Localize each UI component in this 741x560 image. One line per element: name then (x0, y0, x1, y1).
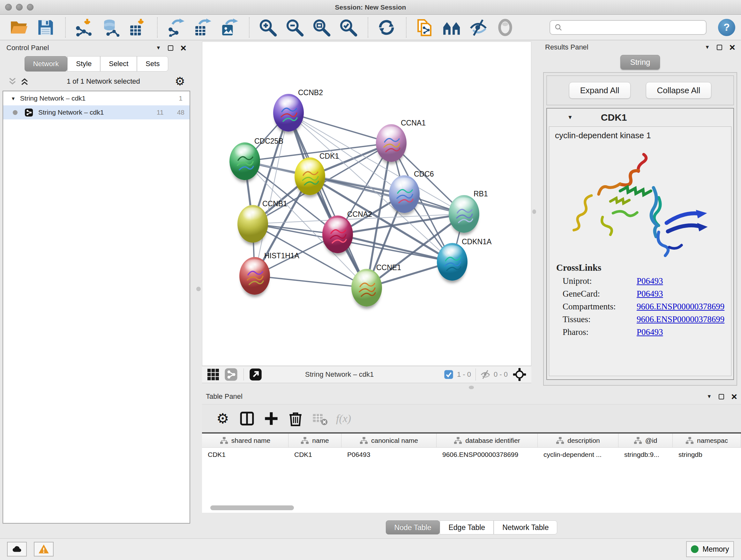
network-canvas[interactable]: CCNB2CCNA1CDC25BCDK1CDC6RB1CCNB1CCNA2CDK… (202, 42, 531, 366)
tab-network-table[interactable]: Network Table (494, 520, 557, 535)
zoom-in-button[interactable] (259, 18, 277, 37)
collapse-all-networks-icon[interactable] (8, 77, 17, 86)
protein-section-header[interactable]: ▼ CDK1 (547, 109, 733, 126)
open-session-button[interactable] (10, 18, 28, 37)
vertical-splitter-handle[interactable] (196, 287, 201, 291)
save-session-button[interactable] (37, 18, 55, 37)
delete-column-button[interactable] (287, 411, 304, 427)
cloud-status-button[interactable] (7, 542, 27, 557)
node-label-CCNB2: CCNB2 (298, 88, 323, 97)
apply-preferred-layout-button[interactable] (377, 18, 396, 37)
function-builder-button[interactable]: f(x) (336, 411, 351, 427)
networks-from-clipboard-button[interactable] (415, 18, 434, 37)
warnings-button[interactable] (34, 542, 54, 557)
zoom-out-button[interactable] (285, 18, 304, 37)
section-expand-icon[interactable]: ▼ (567, 114, 573, 121)
import-network-from-database-button[interactable] (102, 18, 120, 37)
network-node-CCNB1[interactable] (238, 205, 268, 243)
panel-menu-icon[interactable]: ▼ (156, 45, 161, 51)
column-header-id[interactable]: @id (618, 434, 673, 447)
crosslink-link[interactable]: P06493 (636, 327, 663, 337)
help-button[interactable]: ? (718, 19, 735, 36)
crosslink-label: Uniprot: (562, 276, 636, 286)
crosslink-link[interactable]: P06493 (636, 276, 663, 286)
export-image-button[interactable] (220, 18, 239, 37)
crosslink-link[interactable]: P06493 (636, 289, 663, 299)
clear-table-button[interactable] (312, 411, 328, 427)
table-row[interactable]: CDK1CDK1P064939606.ENSP00000378699cyclin… (202, 448, 741, 462)
float-panel-icon[interactable] (719, 394, 724, 399)
network-node-HIST1H1A[interactable] (239, 257, 270, 295)
collapse-all-button[interactable]: Collapse All (646, 82, 712, 99)
edge-CCNB2-CCNA1[interactable] (288, 113, 391, 143)
tab-node-table[interactable]: Node Table (386, 520, 440, 535)
export-network-button[interactable] (166, 18, 185, 37)
panel-menu-icon[interactable]: ▼ (706, 394, 712, 399)
column-header-database-identifier[interactable]: database identifier (436, 434, 538, 447)
float-panel-icon[interactable] (168, 45, 173, 51)
collection-count: 1 (179, 95, 183, 102)
open-view-in-window-button[interactable] (249, 368, 262, 381)
network-node-CCNB2[interactable] (273, 94, 304, 132)
collection-expand-icon[interactable]: ▼ (11, 96, 16, 101)
selected-checkbox-icon[interactable] (444, 369, 454, 380)
search-input[interactable] (563, 21, 706, 34)
tab-string[interactable]: String (620, 55, 660, 70)
tab-sets[interactable]: Sets (137, 56, 168, 71)
column-header-shared-name[interactable]: shared name (202, 434, 288, 447)
network-node-CCNA2[interactable] (322, 215, 353, 253)
panel-menu-icon[interactable]: ▼ (704, 44, 710, 50)
node-structure-icon (245, 265, 265, 288)
expand-all-networks-icon[interactable] (20, 77, 29, 86)
horizontal-splitter-handle[interactable] (469, 386, 474, 389)
vertical-splitter-handle[interactable] (532, 209, 536, 214)
table-cell: 9606.ENSP00000378699 (436, 451, 538, 458)
birdseye-view-icon[interactable] (513, 368, 526, 381)
tab-style[interactable]: Style (67, 56, 100, 71)
table-settings-button[interactable]: ⚙ (215, 411, 231, 427)
export-table-button[interactable] (193, 18, 212, 37)
horizontal-scrollbar[interactable] (210, 505, 294, 510)
separator (475, 368, 476, 381)
memory-button[interactable]: Memory (686, 541, 734, 557)
toggle-panes-button[interactable] (239, 411, 255, 427)
network-node-CCNA1[interactable] (376, 124, 407, 162)
add-column-button[interactable] (263, 411, 279, 427)
network-node-RB1[interactable] (449, 195, 479, 233)
network-node-CDC25B[interactable] (229, 142, 260, 180)
grid-mode-button[interactable] (206, 368, 220, 381)
network-node-CDC6[interactable] (389, 175, 420, 213)
import-network-button[interactable] (75, 18, 93, 37)
column-header-description[interactable]: description (538, 434, 618, 447)
expand-all-button[interactable]: Expand All (569, 82, 630, 99)
table-cell: cyclin-dependent ... (538, 451, 618, 458)
network-node-CDK1[interactable] (294, 158, 325, 195)
show-all-button[interactable] (496, 18, 515, 37)
import-table-button[interactable] (128, 18, 147, 37)
close-panel-icon[interactable]: × (729, 45, 735, 50)
first-neighbors-button[interactable] (442, 18, 461, 37)
column-header-namespac[interactable]: namespac (673, 434, 741, 447)
column-header-name[interactable]: name (288, 434, 341, 447)
edge-CCNB2-CCNE1[interactable] (288, 113, 367, 288)
crosslink-link[interactable]: 9606.ENSP00000378699 (636, 314, 724, 324)
tab-select[interactable]: Select (100, 56, 137, 71)
tab-edge-table[interactable]: Edge Table (440, 520, 494, 535)
network-collection-row[interactable]: ▼ String Network – cdk1 1 (3, 91, 190, 105)
tab-network[interactable]: Network (24, 56, 68, 71)
network-options-gear-icon[interactable]: ⚙ (175, 76, 185, 87)
float-panel-icon[interactable] (717, 45, 722, 50)
crosslink-link[interactable]: 9606.ENSP00000378699 (636, 302, 724, 312)
string-overview-button[interactable] (224, 368, 238, 381)
hide-selected-button[interactable] (469, 18, 488, 37)
network-node-CCNE1[interactable] (351, 269, 382, 307)
close-panel-icon[interactable]: × (731, 394, 737, 399)
zoom-fit-button[interactable] (312, 18, 331, 37)
string-app-icon (24, 108, 33, 117)
network-node-CDKN1A[interactable] (437, 243, 468, 281)
close-panel-icon[interactable]: × (180, 45, 186, 51)
network-row-selected[interactable]: String Network – cdk1 11 48 (3, 105, 190, 119)
hidden-eye-icon[interactable] (480, 369, 490, 380)
column-header-canonical-name[interactable]: canonical name (341, 434, 436, 447)
zoom-selected-button[interactable] (339, 18, 357, 37)
